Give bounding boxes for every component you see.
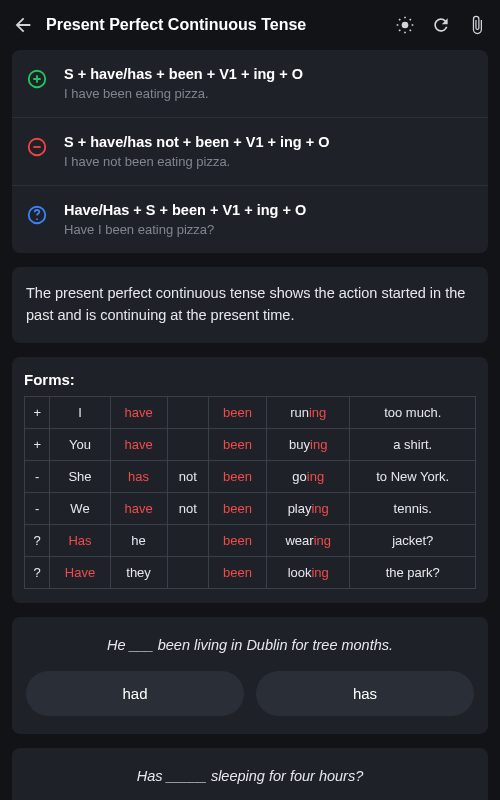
quiz-card-2: Has _____ sleeping for four hours? <box>12 748 488 801</box>
quiz-option-has[interactable]: has <box>256 671 474 716</box>
cell-sign: ? <box>25 556 50 588</box>
cell-obj: to New York. <box>350 460 476 492</box>
header: Present Perfect Continuous Tense <box>0 0 500 50</box>
cell-neg <box>167 524 208 556</box>
attach-icon[interactable] <box>466 14 488 36</box>
brightness-icon[interactable] <box>394 14 416 36</box>
page-title: Present Perfect Continuous Tense <box>46 16 382 34</box>
cell-subj: She <box>50 460 110 492</box>
refresh-icon[interactable] <box>430 14 452 36</box>
cell-verb: wearing <box>267 524 350 556</box>
quiz-question: He ___ been living in Dublin for tree mo… <box>26 637 474 653</box>
formulas-card: S + have/has + been + V1 + ing + OI have… <box>12 50 488 253</box>
minus-icon <box>26 136 48 158</box>
back-icon[interactable] <box>12 14 34 36</box>
cell-neg: not <box>167 492 208 524</box>
cell-neg <box>167 428 208 460</box>
cell-subj: You <box>50 428 110 460</box>
cell-aux: have <box>110 428 167 460</box>
cell-neg: not <box>167 460 208 492</box>
formula-example: Have I been eating pizza? <box>64 222 474 237</box>
quiz-question: Has _____ sleeping for four hours? <box>26 768 474 784</box>
quiz-option-had[interactable]: had <box>26 671 244 716</box>
table-row: ?Hashebeenwearingjacket? <box>25 524 476 556</box>
cell-verb: runing <box>267 396 350 428</box>
header-actions <box>394 14 488 36</box>
forms-card: Forms: +Ihavebeenruningtoo much.+Youhave… <box>12 357 488 603</box>
svg-point-4 <box>36 218 38 220</box>
cell-been: been <box>208 460 266 492</box>
cell-aux: have <box>110 396 167 428</box>
question-icon <box>26 204 48 226</box>
cell-sign: ? <box>25 524 50 556</box>
cell-been: been <box>208 492 266 524</box>
cell-obj: jacket? <box>350 524 476 556</box>
description-text: The present perfect continuous tense sho… <box>26 285 465 323</box>
cell-neg <box>167 396 208 428</box>
cell-obj: too much. <box>350 396 476 428</box>
cell-subj: I <box>50 396 110 428</box>
svg-point-0 <box>402 22 409 29</box>
table-row: -Shehasnotbeengoingto New York. <box>25 460 476 492</box>
formula-example: I have not been eating pizza. <box>64 154 474 169</box>
cell-been: been <box>208 524 266 556</box>
cell-aux: Have <box>50 556 110 588</box>
table-row: +Youhavebeenbuyinga shirt. <box>25 428 476 460</box>
cell-neg <box>167 556 208 588</box>
cell-been: been <box>208 556 266 588</box>
cell-subj: he <box>110 524 167 556</box>
cell-sign: - <box>25 492 50 524</box>
formula-main: Have/Has + S + been + V1 + ing + O <box>64 202 474 218</box>
cell-been: been <box>208 428 266 460</box>
forms-table: +Ihavebeenruningtoo much.+Youhavebeenbuy… <box>24 396 476 589</box>
formula-row: S + have/has + been + V1 + ing + OI have… <box>12 50 488 117</box>
formula-main: S + have/has + been + V1 + ing + O <box>64 66 474 82</box>
cell-sign: + <box>25 396 50 428</box>
forms-title: Forms: <box>24 371 476 388</box>
cell-aux: has <box>110 460 167 492</box>
table-row: +Ihavebeenruningtoo much. <box>25 396 476 428</box>
table-row: -Wehavenotbeenplayingtennis. <box>25 492 476 524</box>
cell-subj: they <box>110 556 167 588</box>
formula-row: Have/Has + S + been + V1 + ing + OHave I… <box>12 185 488 253</box>
cell-been: been <box>208 396 266 428</box>
cell-verb: playing <box>267 492 350 524</box>
cell-sign: + <box>25 428 50 460</box>
quiz-card-1: He ___ been living in Dublin for tree mo… <box>12 617 488 734</box>
cell-aux: Has <box>50 524 110 556</box>
cell-obj: a shirt. <box>350 428 476 460</box>
cell-verb: looking <box>267 556 350 588</box>
formula-row: S + have/has not + been + V1 + ing + OI … <box>12 117 488 185</box>
cell-verb: buying <box>267 428 350 460</box>
cell-aux: have <box>110 492 167 524</box>
formula-main: S + have/has not + been + V1 + ing + O <box>64 134 474 150</box>
plus-icon <box>26 68 48 90</box>
cell-subj: We <box>50 492 110 524</box>
table-row: ?Havetheybeenlookingthe park? <box>25 556 476 588</box>
cell-obj: the park? <box>350 556 476 588</box>
formula-example: I have been eating pizza. <box>64 86 474 101</box>
cell-verb: going <box>267 460 350 492</box>
description-card: The present perfect continuous tense sho… <box>12 267 488 343</box>
cell-obj: tennis. <box>350 492 476 524</box>
cell-sign: - <box>25 460 50 492</box>
